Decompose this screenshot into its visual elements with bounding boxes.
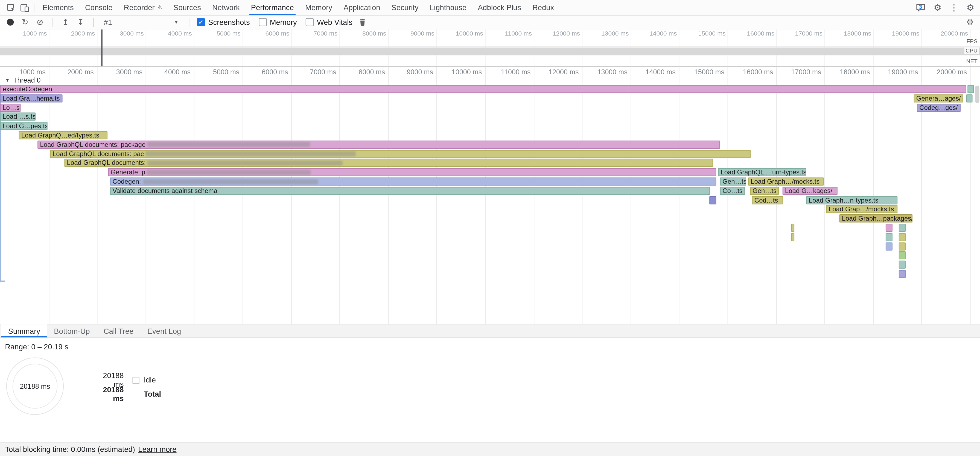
drawer-tab-event-log[interactable]: Event Log [140,324,188,337]
flame-bar[interactable] [899,261,905,269]
flame-bar-label: Load Gra…hema.ts [2,95,60,102]
flame-bar[interactable]: Load G…kages/ [783,187,838,195]
flame-bar[interactable]: Load GraphQL …urn-types.ts [718,168,806,176]
flame-bar[interactable]: Load G…pes.ts [0,122,48,130]
flame-bar[interactable]: Gen…ts [750,187,779,195]
tab-label: Console [85,3,113,12]
inspect-cursor-icon [6,3,15,12]
flame-bar[interactable] [709,196,716,204]
delete-recording-button[interactable] [357,17,368,27]
tab-label: Security [391,3,418,12]
flame-bar-label: Generate: p [111,169,145,176]
flame-bar[interactable]: Co…ts [720,187,745,195]
flame-bar[interactable] [791,233,794,241]
drawer-tab-bottom-up[interactable]: Bottom-Up [47,324,97,337]
clear-recording-button[interactable]: ⊘ [35,17,45,27]
checkbox-label: Memory [270,18,297,27]
save-profile-button[interactable]: ↧ [76,17,86,27]
tab-sources[interactable]: Sources [168,0,207,15]
tab-redux[interactable]: Redux [527,0,560,15]
flame-bar[interactable] [967,85,974,93]
flame-bar[interactable]: Load Grap…/mocks.ts [826,205,898,213]
checkbox-memory[interactable]: Memory [259,18,297,27]
window-gear-icon[interactable]: ⚙ [967,3,975,12]
flame-bar[interactable]: Load Gra…hema.ts [0,94,63,103]
tab-label: Adblock Plus [478,3,521,12]
flame-bar[interactable]: Load …s.ts [0,113,35,121]
flame-bar[interactable]: Genera…ages/ [914,94,963,103]
flame-bar[interactable]: executeCodegen [0,85,966,93]
settings-gear-icon[interactable]: ⚙ [934,3,942,12]
record-button[interactable] [5,17,15,27]
flame-bar[interactable]: Load GraphQL documents: [64,159,713,167]
flame-bar-label: Load G…kages/ [785,187,832,194]
flame-bar[interactable] [886,242,892,250]
history-select[interactable]: #1 ▼ [101,18,181,27]
flame-bar[interactable]: Load Graph…/mocks.ts [748,178,824,186]
overview-tick-label: 2000 ms [51,30,95,37]
overview-marker [101,29,103,66]
flame-bar-label: Codegen: [112,178,141,185]
ruler-tick-label: 15000 ms [678,68,724,75]
flame-bar[interactable]: Load GraphQL documents: pac [50,150,751,158]
flame-bar[interactable] [886,233,892,241]
flame-bar-label: Genera…ages/ [916,95,961,102]
learn-more-link[interactable]: Learn more [138,445,177,454]
tab-security[interactable]: Security [386,0,424,15]
checkbox-web-vitals[interactable]: Web Vitals [306,18,352,27]
tab-adblock-plus[interactable]: Adblock Plus [472,0,527,15]
tab-label: Recorder [124,3,155,12]
drawer-tab-label: Event Log [147,326,181,335]
flame-canvas[interactable]: ▼ Thread 0 executeCodegenLoad Gra…hema.t… [0,76,980,324]
device-toolbar-icon[interactable] [18,0,31,15]
flame-bar[interactable]: Load GraphQ…ed/types.ts [19,131,108,140]
tab-elements[interactable]: Elements [37,0,79,15]
flame-bar[interactable] [899,233,905,241]
flame-bar[interactable]: Gen…ts [720,178,746,186]
more-options-icon[interactable]: ⋮ [950,3,958,12]
issues-counter[interactable]: 3 [915,3,926,12]
flame-bar[interactable]: Codegen: [110,178,716,186]
checkbox-screenshots[interactable]: ✓Screenshots [197,18,250,27]
flame-bar[interactable] [966,94,973,103]
flame-bar[interactable] [791,224,794,232]
flame-bar[interactable] [899,251,905,260]
flame-bar[interactable]: Validate documents against schema [110,187,710,195]
flame-bar[interactable] [899,242,905,250]
tab-lighthouse[interactable]: Lighthouse [424,0,472,15]
flame-bar[interactable]: Generate: p [108,168,716,176]
tab-performance[interactable]: Performance [245,0,299,15]
tab-network[interactable]: Network [207,0,245,15]
tab-memory[interactable]: Memory [299,0,338,15]
drawer-tab-call-tree[interactable]: Call Tree [97,324,140,337]
tab-console[interactable]: Console [79,0,118,15]
flame-bar[interactable] [899,270,905,278]
reload-and-record-button[interactable]: ↻ [20,17,30,27]
flame-bar[interactable]: Load GraphQL documents: package [37,140,720,149]
capture-settings-gear-icon[interactable]: ⚙ [965,17,975,27]
flame-scrollbar[interactable] [974,76,980,324]
tab-application[interactable]: Application [338,0,386,15]
thread-toggle[interactable]: ▼ Thread 0 [5,76,40,84]
flame-bar[interactable] [899,224,905,232]
flame-bar[interactable]: Lo…s [0,103,21,111]
drawer-tabs: SummaryBottom-UpCall TreeEvent Log [0,324,980,338]
overview-tick-label: 6000 ms [245,30,289,37]
scrollbar-thumb[interactable] [975,86,980,103]
flame-bar[interactable] [886,224,892,232]
flame-bar[interactable]: Codeg…ges/ [917,103,961,111]
panel-tabs: ElementsConsoleRecorder⚠SourcesNetworkPe… [37,0,560,15]
ruler-tick-label: 3000 ms [96,68,142,75]
drawer-tab-summary[interactable]: Summary [2,324,47,337]
flame-bar-label: Codeg…ges/ [919,104,958,111]
tab-recorder[interactable]: Recorder⚠ [118,0,168,15]
flame-bar[interactable]: Load Graph…packages/ [840,214,912,222]
timeline-overview[interactable]: 1000 ms2000 ms3000 ms4000 ms5000 ms6000 … [0,29,980,67]
tab-label: Application [344,3,380,12]
issues-count-badge: 3 [915,4,926,10]
flame-bar[interactable]: Load Graph…n-types.ts [807,196,898,204]
load-profile-button[interactable]: ↥ [61,17,71,27]
ruler-tick-label: 18000 ms [823,68,870,75]
inspect-element-icon[interactable] [4,0,18,15]
flame-bar[interactable]: Cod…ts [752,196,783,204]
